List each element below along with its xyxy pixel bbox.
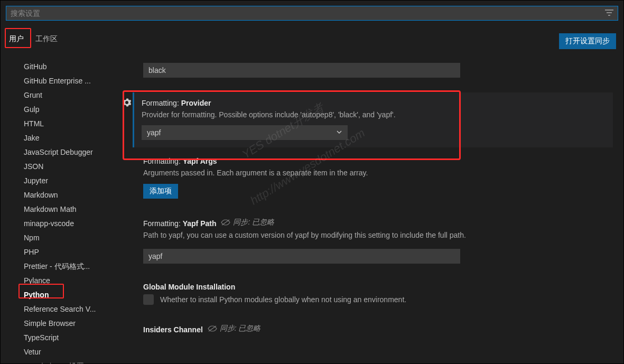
black-path-input[interactable] bbox=[143, 63, 460, 78]
chevron-down-icon bbox=[336, 128, 342, 137]
sidebar-item[interactable]: Npm bbox=[13, 231, 115, 245]
sidebar-item[interactable]: Prettier - 代码格式... bbox=[13, 259, 115, 274]
settings-tabs: 用户 工作区 bbox=[8, 32, 59, 50]
yapf-path-input[interactable] bbox=[143, 249, 460, 264]
sidebar-item[interactable]: Gulp bbox=[13, 102, 115, 117]
search-input[interactable] bbox=[11, 9, 613, 17]
setting-description: Provider for formatting. Possible option… bbox=[142, 109, 607, 120]
sidebar-item[interactable]: TypeScript bbox=[13, 331, 115, 345]
sidebar-item[interactable]: minapp-vscode bbox=[13, 217, 115, 231]
formatting-provider-select[interactable]: yapf bbox=[142, 125, 348, 140]
setting-title: Formatting: Yapf Args bbox=[143, 157, 613, 165]
sidebar-item[interactable]: Simple Browser bbox=[13, 316, 115, 331]
setting-title: Formatting: Yapf Path 同步: 已忽略 bbox=[143, 218, 613, 228]
search-bar[interactable] bbox=[6, 6, 618, 21]
global-module-checkbox[interactable] bbox=[143, 294, 154, 305]
setting-title: Global Module Installation bbox=[143, 283, 613, 291]
sidebar-item[interactable]: GitHub Enterprise ... bbox=[13, 74, 115, 88]
sidebar-item[interactable]: Markdown Math bbox=[13, 202, 115, 217]
setting-description: Path to yapf, you can use a custom versi… bbox=[143, 230, 613, 240]
open-settings-sync-button[interactable]: 打开设置同步 bbox=[559, 33, 616, 49]
sidebar-item[interactable]: GitHub bbox=[13, 60, 115, 74]
sidebar-item[interactable]: JSON bbox=[13, 160, 115, 174]
sidebar-item[interactable]: Reference Search V... bbox=[13, 302, 115, 316]
filter-icon[interactable] bbox=[605, 9, 613, 17]
sidebar-item[interactable]: Markdown bbox=[13, 188, 115, 202]
sidebar-item[interactable]: vscode-icons 设置 bbox=[13, 359, 115, 363]
setting-title: Insiders Channel 同步: 已忽略 bbox=[143, 324, 613, 334]
sidebar-item[interactable]: Pylance bbox=[13, 274, 115, 288]
setting-description: Whether to install Python modules global… bbox=[160, 294, 406, 305]
tab-workspace[interactable]: 工作区 bbox=[34, 32, 59, 50]
sidebar-item[interactable]: Grunt bbox=[13, 88, 115, 102]
sidebar-item[interactable]: Vetur bbox=[13, 345, 115, 359]
tab-user[interactable]: 用户 bbox=[8, 32, 25, 50]
sidebar-item[interactable]: Jupyter bbox=[13, 174, 115, 188]
setting-yapf-args: Formatting: Yapf Args Arguments passed i… bbox=[136, 157, 613, 198]
sidebar-item-python[interactable]: Python bbox=[13, 288, 115, 302]
sidebar-item[interactable]: PHP bbox=[13, 245, 115, 259]
setting-yapf-path: Formatting: Yapf Path 同步: 已忽略 Path to ya… bbox=[136, 218, 613, 264]
settings-content: Formatting: Provider Provider for format… bbox=[115, 60, 623, 363]
setting-global-module: Global Module Installation Whether to in… bbox=[136, 283, 613, 305]
sidebar-item[interactable]: Jake bbox=[13, 131, 115, 145]
sync-ignored-tag: 同步: 已忽略 bbox=[220, 218, 274, 227]
settings-sidebar: GitHub GitHub Enterprise ... Grunt Gulp … bbox=[1, 60, 115, 363]
sync-ignored-tag: 同步: 已忽略 bbox=[207, 324, 261, 333]
add-item-button[interactable]: 添加项 bbox=[143, 184, 178, 199]
setting-block bbox=[136, 60, 613, 78]
gear-icon[interactable] bbox=[123, 98, 131, 108]
setting-insiders-channel: Insiders Channel 同步: 已忽略 bbox=[136, 324, 613, 334]
setting-title: Formatting: Provider bbox=[142, 99, 607, 107]
setting-formatting-provider: Formatting: Provider Provider for format… bbox=[133, 92, 613, 147]
sidebar-item[interactable]: JavaScript Debugger bbox=[13, 145, 115, 160]
select-value: yapf bbox=[147, 128, 161, 137]
setting-description: Arguments passed in. Each argument is a … bbox=[143, 167, 613, 178]
sidebar-item[interactable]: HTML bbox=[13, 117, 115, 131]
